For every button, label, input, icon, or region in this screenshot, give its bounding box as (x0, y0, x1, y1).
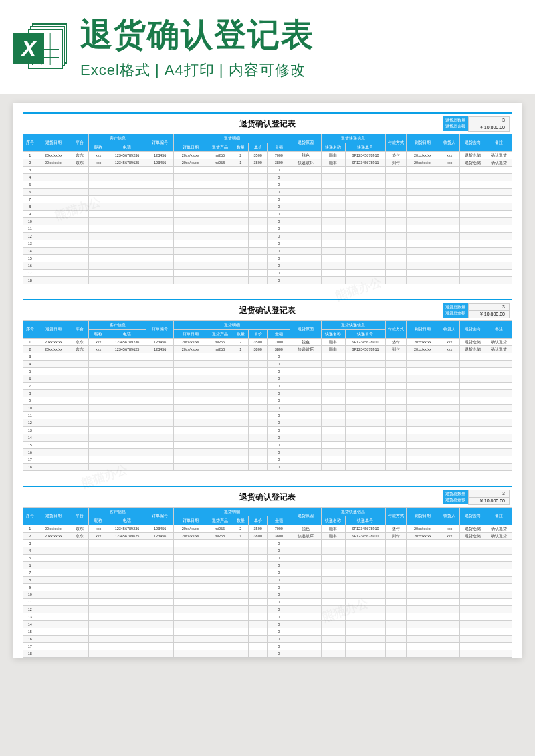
cell-reason (290, 397, 322, 405)
cell-amount: 0 (268, 584, 290, 591)
cell-price (248, 621, 268, 628)
cell-amount: 0 (268, 353, 290, 361)
cell-amount: 0 (268, 233, 290, 240)
cell-amount: 0 (268, 225, 290, 233)
cell-amount: 0 (268, 167, 290, 174)
sheet-title: 退货确认登记表 (92, 118, 443, 130)
col-pay: 付款方式 (385, 134, 406, 152)
cell-seq: 13 (23, 240, 37, 248)
cell-disposition (460, 449, 486, 456)
cell-return_date (37, 562, 70, 569)
cell-product (207, 225, 233, 233)
cell-arrive_date (406, 562, 439, 569)
cell-order_date (174, 383, 207, 390)
cell-tracking (346, 555, 386, 562)
cell-pay_method (385, 606, 406, 613)
cell-tracking (346, 211, 386, 218)
cell-arrive_date (406, 368, 439, 375)
cell-platform (70, 167, 89, 174)
col-seq: 序号 (23, 508, 37, 525)
cell-tracking: SF12345678910 (346, 525, 386, 533)
cell-order_date (174, 277, 207, 284)
cell-pay_method (385, 427, 406, 434)
cell-reason (290, 225, 322, 233)
cell-order_date (174, 240, 207, 248)
cell-reason: 快递破坏 (290, 346, 322, 353)
col-group-return: 退货明细 (174, 321, 290, 330)
table-row: 170 (23, 643, 512, 650)
cell-price (248, 419, 268, 427)
cell-order_date (174, 591, 207, 599)
cell-amount: 3800 (268, 346, 290, 353)
cell-reason (290, 442, 322, 449)
cell-remark (486, 591, 512, 599)
cell-checker (439, 628, 460, 636)
cell-return_date: 20xx/xx/xx (37, 159, 70, 167)
cell-remark (486, 397, 512, 405)
cell-qty (233, 456, 248, 464)
cell-phone (108, 456, 146, 464)
cell-tracking (346, 584, 386, 591)
cell-amount: 0 (268, 636, 290, 643)
cell-courier (321, 636, 345, 643)
cell-return_date: 20xx/xx/xx (37, 346, 70, 353)
cell-tracking: SF12345678911 (346, 346, 386, 353)
cell-seq: 17 (23, 456, 37, 464)
cell-product: mi265 (207, 152, 233, 159)
cell-nickname (89, 569, 108, 577)
cell-amount: 0 (268, 248, 290, 255)
cell-order_date: 20xx/xx/xx (174, 152, 207, 159)
cell-platform (70, 353, 89, 361)
cell-arrive_date (406, 218, 439, 225)
cell-phone (108, 218, 146, 225)
cell-product (207, 218, 233, 225)
cell-return_date (37, 427, 70, 434)
cell-disposition: 退货仓储 (460, 346, 486, 353)
cell-return_date (37, 419, 70, 427)
cell-arrive_date (406, 555, 439, 562)
cell-tracking (346, 174, 386, 181)
cell-reason (290, 427, 322, 434)
cell-checker: xxx (439, 346, 460, 353)
cell-courier (321, 390, 345, 397)
cell-pay_method (385, 643, 406, 650)
table-row: 130 (23, 240, 512, 248)
cell-disposition: 退货仓储 (460, 525, 486, 533)
cell-arrive_date: 20xx/xx/xx (406, 152, 439, 159)
cell-disposition: 退货仓储 (460, 152, 486, 159)
cell-checker (439, 375, 460, 383)
cell-tracking (346, 255, 386, 262)
cell-phone (108, 196, 146, 203)
cell-phone (108, 636, 146, 643)
cell-product (207, 628, 233, 636)
cell-platform (70, 613, 89, 621)
cell-platform (70, 547, 89, 555)
cell-order_date (174, 547, 207, 555)
cell-courier (321, 569, 345, 577)
cell-nickname (89, 584, 108, 591)
cell-arrive_date (406, 464, 439, 471)
cell-nickname (89, 225, 108, 233)
summary-qty-label: 退货总数量 (445, 118, 465, 124)
cell-arrive_date (406, 277, 439, 284)
cell-disposition (460, 167, 486, 174)
cell-phone (108, 233, 146, 240)
cell-order_no (146, 270, 174, 277)
cell-amount: 0 (268, 547, 290, 555)
cell-product (207, 456, 233, 464)
cell-nickname (89, 547, 108, 555)
cell-phone: 123456789236 (108, 339, 146, 346)
cell-phone (108, 174, 146, 181)
cell-qty (233, 218, 248, 225)
cell-platform (70, 277, 89, 284)
cell-phone (108, 189, 146, 196)
cell-reason (290, 262, 322, 270)
table-row: 30 (23, 353, 512, 361)
cell-return_date (37, 361, 70, 368)
table-row: 180 (23, 464, 512, 471)
cell-order_no (146, 397, 174, 405)
cell-order_date (174, 628, 207, 636)
cell-reason (290, 434, 322, 442)
cell-disposition (460, 540, 486, 547)
cell-tracking (346, 636, 386, 643)
